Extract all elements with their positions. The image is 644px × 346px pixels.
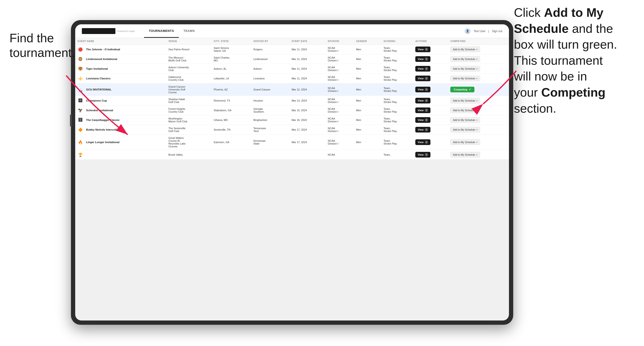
view-button[interactable]: View i — [415, 87, 430, 92]
col-start-date: START DATE — [289, 38, 326, 45]
annotation-right: Click Add to MySchedule and thebox will … — [514, 5, 637, 116]
venue-cell: The MissouriBluffs Golf Club — [166, 54, 212, 64]
gender-cell: Men — [354, 135, 381, 150]
user-name: Test User — [474, 29, 486, 33]
add-to-schedule-button[interactable]: Add to My Schedule + — [450, 152, 480, 158]
add-label: Add to My Schedule — [453, 153, 475, 156]
competing-cell: Add to My Schedule + — [448, 125, 509, 135]
table-row: 🔴 The Johnnie - O Individual Sea Palms R… — [75, 45, 509, 54]
hosted-by-cell: TennesseeTech — [251, 125, 289, 135]
tab-teams[interactable]: TEAMS — [179, 24, 200, 38]
actions-cell: View i — [413, 125, 448, 135]
hosted-by-cell: Grand Canyon — [251, 83, 289, 96]
actions-cell: View i — [413, 150, 448, 160]
info-icon: i — [425, 99, 428, 102]
actions-cell: View i — [413, 54, 448, 64]
tab-tournaments[interactable]: TOURNAMENTS — [144, 24, 178, 38]
start-date-cell: Mar 17, 2024 — [289, 135, 326, 150]
view-button[interactable]: View i — [415, 66, 430, 72]
view-button[interactable]: View i — [415, 117, 430, 123]
user-avatar: 👤 — [464, 28, 471, 34]
division-cell: NCAADivision I — [326, 64, 354, 74]
view-button[interactable]: View i — [415, 76, 430, 81]
city-state-cell: Richmond, TX — [212, 96, 251, 106]
venue-cell: Sea Palms Resort — [166, 45, 212, 54]
gender-cell: Men — [354, 115, 381, 125]
scoring-cell: Team,Stroke Play — [381, 125, 413, 135]
division-cell: NCAADivision I — [326, 83, 354, 96]
start-date-cell: Mar 11, 2024 — [289, 45, 326, 54]
start-date-cell: Mar 15, 2024 — [289, 106, 326, 115]
start-date-cell: Mar 16, 2024 — [289, 115, 326, 125]
start-date-cell: Mar 11, 2024 — [289, 74, 326, 83]
col-competing: COMPETING — [448, 38, 509, 45]
start-date-cell: Mar 11, 2024 — [289, 64, 326, 74]
city-state-cell: Auburn, AL — [212, 64, 251, 74]
event-name-cell: 🔴 The Johnnie - O Individual — [75, 45, 166, 54]
col-hosted-by: HOSTED BY — [251, 38, 289, 45]
actions-cell: View i — [413, 74, 448, 83]
scoring-cell: Team,Stroke Play — [381, 45, 413, 54]
scoring-cell: Team, — [381, 150, 413, 160]
venue-cell: WorthingtonManor Golf Club — [166, 115, 212, 125]
division-cell: NCAADivision I — [326, 135, 354, 150]
info-icon: i — [425, 141, 428, 144]
view-button[interactable]: View i — [415, 56, 430, 62]
city-state-cell: Saint SimonsIsland, GA — [212, 45, 251, 54]
view-button[interactable]: View i — [415, 107, 430, 113]
actions-cell: View i — [413, 106, 448, 115]
start-date-cell: Mar 11, 2024 — [289, 54, 326, 64]
division-cell: NCAADivision I — [326, 54, 354, 64]
info-icon: i — [425, 77, 428, 80]
separator: | — [488, 29, 489, 33]
venue-cell: Auburn UniversityClub — [166, 64, 212, 74]
hosted-by-cell: Houston — [251, 96, 289, 106]
arrow-left — [47, 61, 142, 156]
hosted-by-cell: Louisiana — [251, 74, 289, 83]
view-button[interactable]: View i — [415, 98, 430, 103]
actions-cell: View i — [413, 45, 448, 54]
col-division: DIVISION — [326, 38, 354, 45]
info-icon: i — [425, 109, 428, 112]
add-to-schedule-button[interactable]: Add to My Schedule + — [450, 127, 480, 133]
venue-cell: Forest HeightsCountry Club — [166, 106, 212, 115]
logo-text: SCOREBOARD — [84, 29, 114, 33]
app-header: SCOREBOARD Powered by clippd TOURNAMENTS… — [75, 24, 509, 38]
start-date-cell: Mar 17, 2024 — [289, 125, 326, 135]
actions-cell: View i — [413, 64, 448, 74]
gender-cell: Men — [354, 83, 381, 96]
col-venue: VENUE — [166, 38, 212, 45]
col-event-name: EVENT NAME — [75, 38, 166, 45]
venue-cell: Brook Valley — [166, 150, 212, 160]
division-cell: NCAADivision I — [326, 115, 354, 125]
view-button[interactable]: View i — [415, 139, 430, 145]
scoring-cell: Team,Stroke Play — [381, 135, 413, 150]
view-button[interactable]: View i — [415, 46, 430, 52]
division-cell: NCAADivision I — [326, 96, 354, 106]
add-to-schedule-button[interactable]: Add to My Schedule + — [450, 46, 480, 52]
scoring-cell: Team,Stroke Play — [381, 115, 413, 125]
division-cell: NCAADivision I — [326, 125, 354, 135]
logo-area: SCOREBOARD Powered by clippd — [82, 28, 134, 34]
city-state-cell: Saint Charles,MO — [212, 54, 251, 64]
info-icon: i — [425, 88, 428, 91]
add-to-schedule-button[interactable]: Add to My Schedule + — [450, 139, 480, 145]
city-state-cell: Phoenix, AZ — [212, 83, 251, 96]
view-button[interactable]: View i — [415, 152, 430, 158]
scoring-cell: Team,Stroke Play — [381, 96, 413, 106]
add-label: Add to My Schedule — [453, 128, 475, 131]
col-gender: GENDER — [354, 38, 381, 45]
actions-cell: View i — [413, 96, 448, 106]
view-button[interactable]: View i — [415, 127, 430, 133]
school-logo: 🔴 — [78, 46, 83, 52]
city-state-cell: Lafayette, LA — [212, 74, 251, 83]
gender-cell: Men — [354, 106, 381, 115]
gender-cell: Men — [354, 74, 381, 83]
sign-out-link[interactable]: Sign out — [492, 29, 502, 33]
division-cell: NCAADivision I — [326, 106, 354, 115]
plus-icon: + — [476, 128, 478, 131]
gender-cell: Men — [354, 54, 381, 64]
col-actions: ACTIONS — [413, 38, 448, 45]
plus-icon: + — [476, 153, 478, 156]
competing-cell: Add to My Schedule + — [448, 150, 509, 160]
